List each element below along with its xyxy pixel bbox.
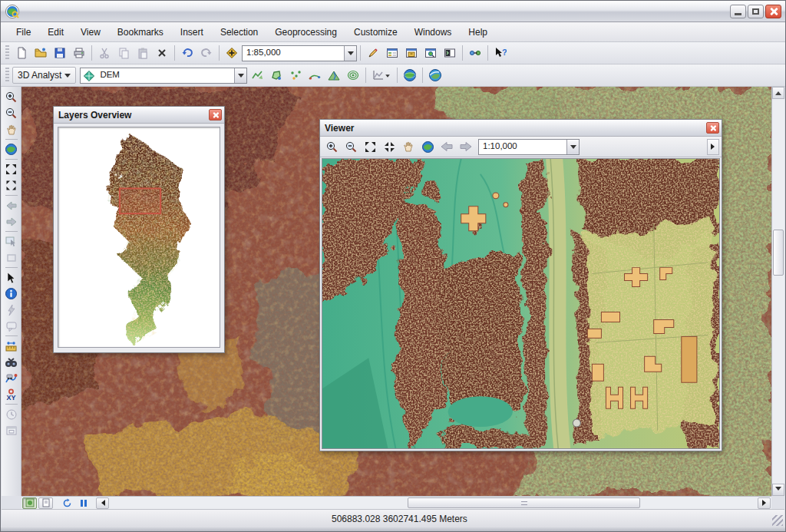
menu-help[interactable]: Help [461,24,495,41]
extent-indicator-rectangle[interactable] [120,188,160,213]
hyperlink-button[interactable] [3,302,20,318]
table-of-contents-button[interactable] [383,44,401,62]
viewer-scale-dropdown-button[interactable] [566,140,579,154]
forward-extent-button[interactable] [3,213,20,230]
html-popup-button[interactable] [3,318,20,334]
viewer-full-extent-button[interactable] [418,137,437,156]
python-window-button[interactable] [441,44,459,62]
scroll-down-button[interactable] [772,484,784,496]
zoom-in-button[interactable] [3,89,20,105]
resize-grip[interactable] [772,515,783,526]
viewer-fixed-zoom-in-button[interactable] [361,137,379,156]
delete-button[interactable] [153,44,171,62]
map-scale-combo[interactable]: 1:85,000 [242,45,357,61]
paste-button[interactable] [134,44,152,62]
fixed-zoom-out-button[interactable] [3,177,20,193]
interpolate-polygon-button[interactable] [267,66,286,84]
analyst-layer-dropdown-button[interactable] [234,68,246,83]
horizontal-scroll-track[interactable] [110,497,757,509]
new-document-button[interactable] [12,44,31,62]
layout-view-button[interactable] [38,497,53,509]
layers-overview-window[interactable]: Layers Overview [53,106,225,353]
viewer-zoom-in-button[interactable] [322,137,341,156]
search-window-button[interactable] [421,44,440,62]
menu-selection[interactable]: Selection [213,24,266,41]
menu-file[interactable]: File [8,24,38,41]
menu-insert[interactable]: Insert [173,24,211,41]
vertical-scroll-thumb[interactable] [773,230,784,276]
analyst-menu-button[interactable]: 3D Analyst [12,67,76,84]
layers-overview-titlebar[interactable]: Layers Overview [54,107,224,124]
full-extent-button[interactable] [3,141,20,157]
viewer-fixed-zoom-out-button[interactable] [380,137,398,156]
find-button[interactable] [3,354,20,370]
steepest-path-button[interactable] [325,66,343,84]
clear-selection-button[interactable] [3,249,20,266]
menu-customize[interactable]: Customize [346,24,405,41]
overview-map[interactable] [58,127,220,348]
viewer-back-extent-button[interactable] [438,137,456,156]
viewer-window[interactable]: Viewer [319,119,722,451]
menu-bookmarks[interactable]: Bookmarks [110,24,171,41]
find-route-button[interactable] [3,370,20,386]
select-elements-button[interactable] [3,269,20,286]
add-data-button[interactable] [223,44,241,62]
horizontal-scroll-thumb[interactable] [408,497,640,508]
whats-this-button[interactable]: ? [491,44,510,62]
refresh-button[interactable] [60,497,74,509]
viewer-zoom-out-button[interactable] [342,137,360,156]
print-button[interactable] [70,44,88,62]
maximize-button[interactable] [748,5,764,18]
menu-geoprocessing[interactable]: Geoprocessing [267,24,345,41]
vertical-scrollbar[interactable] [771,87,784,496]
analyst-layer-combo[interactable]: DEM [80,68,247,84]
viewer-toolbar-overflow-button[interactable] [707,139,719,155]
select-features-button[interactable] [3,233,20,249]
menu-view[interactable]: View [73,24,108,41]
contour-button[interactable] [344,66,362,84]
arcscene-button[interactable] [426,66,444,84]
modelbuilder-button[interactable] [466,44,484,62]
identify-button[interactable] [3,286,20,302]
save-button[interactable] [51,44,69,62]
scroll-up-button[interactable] [772,87,784,99]
scroll-right-button[interactable] [758,497,771,509]
layers-overview-close-button[interactable] [209,109,222,121]
map-scale-dropdown-button[interactable] [344,46,356,61]
redo-button[interactable] [197,44,216,62]
profile-graph-button[interactable] [369,66,394,84]
editor-button[interactable] [364,44,382,62]
line-of-sight-button[interactable] [305,66,324,84]
toolbar-grip[interactable] [5,68,9,83]
map-canvas[interactable]: Layers Overview [21,87,771,496]
viewer-pan-button[interactable] [399,137,418,156]
viewer-forward-extent-button[interactable] [457,137,475,156]
measure-button[interactable] [3,338,20,354]
title-bar[interactable] [1,1,785,22]
undo-button[interactable] [178,44,196,62]
viewer-map[interactable] [322,158,720,449]
open-button[interactable] [31,44,50,62]
copy-button[interactable] [114,44,133,62]
scroll-left-button[interactable] [96,497,109,509]
toolbar-grip[interactable] [5,45,9,61]
viewer-titlebar[interactable]: Viewer [320,120,722,137]
interpolate-points-button[interactable] [286,66,305,84]
viewer-close-button[interactable] [706,122,719,134]
cut-button[interactable] [95,44,114,62]
pan-button[interactable] [3,121,20,137]
interpolate-line-button[interactable] [248,66,266,84]
create-viewer-window-button[interactable] [3,422,20,438]
vertical-scroll-track[interactable] [772,99,784,484]
menu-edit[interactable]: Edit [40,24,71,41]
viewer-scale-combo[interactable]: 1:10,000 [478,139,580,155]
minimize-button[interactable] [730,5,746,18]
arcglobe-button[interactable] [401,66,419,84]
catalog-window-button[interactable] [402,44,421,62]
zoom-out-button[interactable] [3,105,20,121]
go-to-xy-button[interactable]: XY [3,386,20,402]
data-view-button[interactable] [22,497,37,509]
back-extent-button[interactable] [3,197,20,213]
menu-windows[interactable]: Windows [407,24,460,41]
time-slider-button[interactable] [3,406,20,422]
